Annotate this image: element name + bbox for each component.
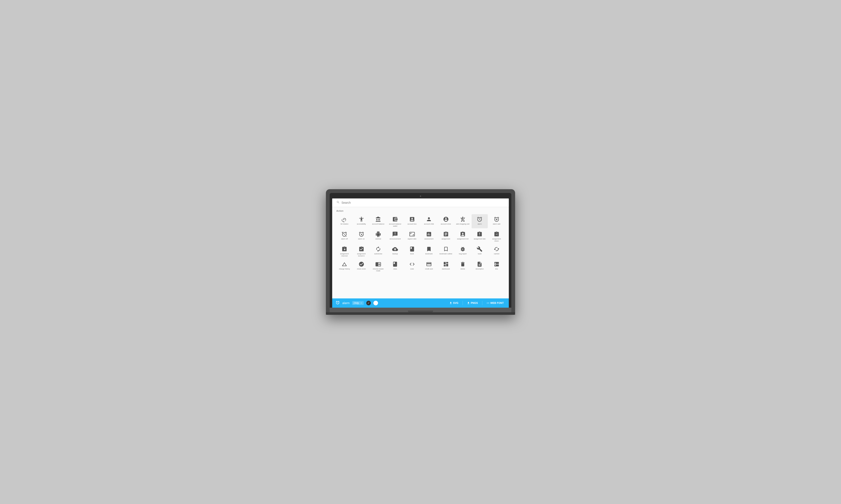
icon-item-assignment-turned-in[interactable]: assignment turned in: [353, 244, 369, 258]
icon-svg-description: [477, 261, 482, 267]
icon-label-alarm-add: alarm add: [493, 223, 500, 225]
icon-svg-add-shopping-cart: [460, 216, 466, 222]
icon-svg-build: [477, 246, 482, 252]
icon-item-dns[interactable]: dns: [488, 259, 504, 273]
icon-item-bookmark-outline[interactable]: bookmark outline: [438, 244, 454, 258]
icon-svg-assignment-late: [477, 231, 482, 237]
laptop-screen: Action 3d rotation accessibility account…: [332, 198, 509, 308]
icon-item-credit-card[interactable]: credit card: [421, 259, 437, 273]
icon-item-bookmark[interactable]: bookmark: [421, 244, 437, 258]
download-webfont-button[interactable]: WEB FONT: [485, 301, 505, 305]
icon-item-change-history[interactable]: change history: [337, 259, 353, 273]
icon-label-account-balance: account balance: [372, 223, 384, 225]
icon-item-delete[interactable]: delete: [455, 259, 471, 273]
icon-svg-credit-card: [426, 261, 432, 267]
icon-item-assessment[interactable]: assessment: [421, 229, 437, 243]
icon-label-autorenew: autorenew: [374, 253, 382, 255]
icon-item-cached[interactable]: cached: [488, 244, 504, 258]
color-dark-toggle[interactable]: ✓: [366, 301, 371, 305]
icon-item-check-circle[interactable]: check circle: [353, 259, 369, 273]
icon-svg-android: [375, 231, 381, 237]
icon-item-alarm[interactable]: alarm: [471, 214, 487, 228]
icon-item-build[interactable]: build: [471, 244, 487, 258]
icon-item-alarm-add[interactable]: alarm add: [488, 214, 504, 228]
icon-item-alarm-off[interactable]: alarm off: [337, 229, 353, 243]
icon-label-assignment-return: assignment return: [490, 238, 503, 242]
icon-item-bug-report[interactable]: bug report: [455, 244, 471, 258]
icon-label-bookmark: bookmark: [425, 253, 433, 255]
icon-label-credit-card: credit card: [425, 268, 433, 270]
icon-svg-backup: [392, 246, 398, 252]
icons-grid: 3d rotation accessibility account balanc…: [337, 214, 504, 273]
icon-label-alarm-on: alarm on: [358, 238, 364, 240]
icon-label-delete: delete: [461, 268, 465, 270]
icon-item-assignment-ind[interactable]: assignment ind: [455, 229, 471, 243]
icon-svg-dns: [494, 261, 500, 267]
search-input[interactable]: [341, 201, 504, 204]
icon-item-accessibility[interactable]: accessibility: [353, 214, 369, 228]
bottom-bar-icon-name: alarm: [342, 301, 350, 305]
icon-item-dashboard[interactable]: dashboard: [438, 259, 454, 273]
icon-svg-autorenew: [375, 246, 381, 252]
icon-svg-aspect-ratio: [409, 231, 415, 237]
icon-svg-assignment-returned: [341, 246, 347, 252]
icon-item-account-child[interactable]: account child: [421, 214, 437, 228]
icon-svg-book: [409, 246, 415, 252]
icon-label-account-child: account child: [424, 223, 434, 225]
icon-item-autorenew[interactable]: autorenew: [370, 244, 386, 258]
icon-item-announcement[interactable]: announcement: [387, 229, 403, 243]
search-icon: [337, 201, 340, 205]
icon-svg-alarm-add: [494, 216, 500, 222]
icon-item-code[interactable]: code: [404, 259, 420, 273]
icon-svg-change-history: [341, 261, 347, 267]
icon-item-aspect-ratio[interactable]: aspect ratio: [404, 229, 420, 243]
icon-svg-alarm: [477, 216, 482, 222]
icon-label-bookmark-outline: bookmark outline: [440, 253, 452, 255]
icon-item-assignment[interactable]: assignment: [438, 229, 454, 243]
pngs-label: PNGS: [471, 302, 478, 305]
icon-label-build: build: [478, 253, 481, 255]
icon-item-account-circle[interactable]: account circle: [438, 214, 454, 228]
bottom-alarm-icon: [336, 301, 340, 306]
icon-svg-account-balance: [375, 216, 381, 222]
icon-item-account-balance-wallet[interactable]: account balance wallet: [387, 214, 403, 228]
divider2: [482, 301, 482, 305]
icon-label-assessment: assessment: [425, 238, 433, 240]
webfont-label: WEB FONT: [490, 302, 504, 305]
icon-svg-announcement: [392, 231, 398, 237]
icon-item-add-shopping-cart[interactable]: add shopping cart: [455, 214, 471, 228]
section-label: Action: [337, 210, 504, 212]
icon-item-assignment-returned[interactable]: assignment returned: [337, 244, 353, 258]
icon-svg-assignment-ind: [460, 231, 466, 237]
icon-item-class[interactable]: class: [387, 259, 403, 273]
size-selector[interactable]: 24dp: [352, 301, 364, 305]
icon-svg-account-circle: [443, 216, 449, 222]
icon-label-class: class: [393, 268, 397, 270]
icon-item-account-box[interactable]: account box: [404, 214, 420, 228]
icons-area: Action 3d rotation accessibility account…: [332, 207, 509, 299]
icon-label-assignment-late: assignment late: [474, 238, 485, 240]
icon-item-assignment-return[interactable]: assignment return: [488, 229, 504, 243]
icon-svg-bookmark-outline: [443, 246, 449, 252]
icon-label-check-circle: check circle: [357, 268, 366, 270]
icon-item-assignment-late[interactable]: assignment late: [471, 229, 487, 243]
icon-item-book[interactable]: book: [404, 244, 420, 258]
download-pngs-button[interactable]: PNGS: [465, 301, 480, 305]
icon-svg-code: [409, 261, 415, 267]
icon-item-account-balance[interactable]: account balance: [370, 214, 386, 228]
icon-label-alarm: alarm: [478, 223, 482, 225]
color-light-toggle[interactable]: [373, 301, 378, 305]
icon-label-dns: dns: [495, 268, 498, 270]
icon-label-cached: cached: [494, 253, 499, 255]
icon-svg-assessment: [426, 231, 432, 237]
icon-item-chrome-reader-mode[interactable]: chrome reader mode: [370, 259, 386, 273]
icon-item-android[interactable]: android: [370, 229, 386, 243]
icon-item-alarm-on[interactable]: alarm on: [353, 229, 369, 243]
download-svg-button[interactable]: SVG: [448, 301, 460, 305]
icon-label-assignment-turned-in: assignment turned in: [355, 253, 368, 257]
icon-item-3d-rotation[interactable]: 3d rotation: [337, 214, 353, 228]
icon-item-backup[interactable]: backup: [387, 244, 403, 258]
icon-label-account-box: account box: [408, 223, 416, 225]
icon-item-description[interactable]: description: [471, 259, 487, 273]
icon-svg-account-box: [409, 216, 415, 222]
